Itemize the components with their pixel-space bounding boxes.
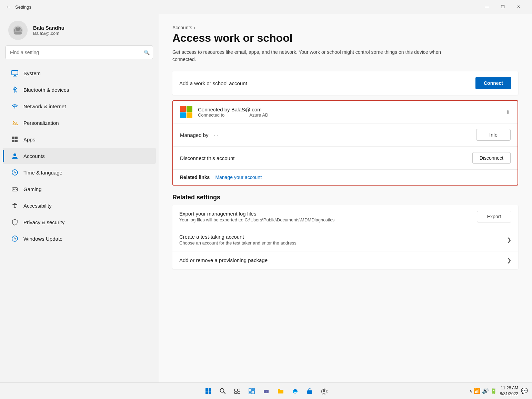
search-icon: 🔍	[144, 50, 150, 55]
sound-tray-icon[interactable]: 🔊	[482, 388, 489, 394]
svg-rect-25	[234, 389, 237, 391]
sidebar-item-privacy[interactable]: Privacy & security	[3, 214, 156, 230]
notification-icon[interactable]: 💬	[521, 388, 528, 394]
connected-info: Connected by BalaS@.com Connected to Azu…	[198, 107, 500, 118]
widgets-button[interactable]	[245, 385, 258, 397]
taskbar-right: ∧ 📶 🔊 🔋 11:28 AM 8/31/2022 💬	[469, 385, 528, 397]
network-tray-icon[interactable]: 📶	[474, 388, 481, 394]
sidebar-item-time[interactable]: Time & language	[3, 164, 156, 180]
battery-tray-icon[interactable]: 🔋	[490, 388, 497, 394]
sidebar-item-accounts[interactable]: Accounts	[3, 148, 156, 164]
svg-text:T: T	[265, 390, 267, 393]
task-view-button[interactable]	[231, 385, 243, 397]
store-button[interactable]	[303, 385, 316, 397]
disconnect-row: Disconnect this account Disconnect	[173, 147, 518, 170]
accessibility-icon	[11, 202, 19, 209]
svg-rect-23	[209, 391, 211, 394]
back-icon[interactable]: ←	[6, 4, 11, 10]
search-box[interactable]: 🔍	[6, 46, 153, 59]
add-account-label: Add a work or school account	[179, 80, 247, 86]
settings-row-provisioning[interactable]: Add or remove a provisioning package ❯	[172, 251, 518, 269]
svg-rect-22	[205, 391, 208, 394]
settings-row-actions: Export	[477, 211, 511, 222]
related-links-row: Related links Manage your account	[173, 170, 518, 185]
clock[interactable]: 11:28 AM 8/31/2022	[500, 385, 518, 397]
system-tray: ∧ 📶 🔊 🔋	[469, 388, 497, 394]
connect-button[interactable]: Connect	[475, 77, 511, 89]
sidebar-item-label: Accessibility	[23, 203, 52, 209]
titlebar: ← Settings — ❐ ✕	[0, 0, 532, 14]
related-links-label: Related links	[180, 174, 210, 180]
disconnect-button[interactable]: Disconnect	[472, 152, 511, 164]
settings-row-export[interactable]: Export your management log files Your lo…	[172, 205, 518, 228]
manage-account-link[interactable]: Manage your account	[215, 174, 262, 180]
info-button[interactable]: Info	[476, 129, 511, 141]
microsoft-logo	[180, 106, 192, 118]
svg-rect-4	[12, 70, 18, 75]
sidebar-nav: System Bluetooth & devices Network & int…	[0, 65, 159, 247]
svg-point-7	[14, 108, 16, 109]
network-icon	[11, 102, 19, 110]
start-button[interactable]	[202, 385, 214, 397]
svg-point-17	[16, 189, 17, 190]
date-display: 8/31/2022	[500, 391, 518, 397]
sidebar-item-label: Windows Update	[23, 236, 62, 242]
accounts-icon	[11, 152, 19, 160]
settings-row-actions: ❯	[507, 237, 511, 243]
sidebar-item-gaming[interactable]: Gaming	[3, 181, 156, 197]
svg-point-13	[13, 153, 16, 156]
teams-button[interactable]: T	[260, 385, 272, 397]
settings-row-title: Add or remove a provisioning package	[179, 257, 507, 263]
sidebar-item-apps[interactable]: Apps	[3, 131, 156, 147]
search-input[interactable]	[6, 46, 153, 59]
page-description: Get access to resources like email, apps…	[172, 49, 441, 63]
svg-rect-28	[238, 392, 240, 393]
user-email: BalaS@.com	[33, 31, 64, 36]
privacy-icon	[11, 218, 19, 226]
update-icon	[11, 235, 19, 242]
restore-button[interactable]: ❐	[495, 1, 511, 12]
sidebar-item-bluetooth[interactable]: Bluetooth & devices	[3, 82, 156, 98]
sidebar-item-personalization[interactable]: Personalization	[3, 115, 156, 131]
svg-rect-6	[13, 76, 17, 77]
window-controls: — ❐ ✕	[479, 1, 526, 12]
sidebar-item-windows-update[interactable]: Windows Update	[3, 231, 156, 247]
svg-rect-10	[15, 137, 18, 139]
svg-rect-27	[234, 392, 237, 393]
managed-by-value: · ·	[214, 132, 476, 138]
settings-row-actions: ❯	[507, 257, 511, 263]
sidebar-item-network[interactable]: Network & internet	[3, 98, 156, 114]
minimize-button[interactable]: —	[479, 1, 495, 12]
sidebar-item-label: Apps	[23, 137, 35, 142]
user-name: Bala Sandhu	[33, 25, 64, 31]
sidebar-item-accessibility[interactable]: Accessibility	[3, 198, 156, 213]
sidebar-item-system[interactable]: System	[3, 65, 156, 81]
close-button[interactable]: ✕	[511, 1, 526, 12]
chevron-right-icon: ❯	[507, 257, 511, 263]
settings-row-test-account[interactable]: Create a test-taking account Choose an a…	[172, 228, 518, 251]
content-area: Accounts › Access work or school Get acc…	[159, 14, 532, 382]
chevron-up-icon[interactable]: ⇧	[505, 108, 511, 116]
sidebar-item-label: Gaming	[23, 186, 42, 192]
taskbar-center: T	[202, 385, 330, 397]
svg-rect-9	[12, 137, 14, 139]
connected-sub: Connected to Azure AD	[198, 112, 500, 118]
edge-button[interactable]	[289, 385, 301, 397]
related-settings-title: Related settings	[172, 194, 518, 201]
tray-up-icon[interactable]: ∧	[469, 389, 472, 393]
personalization-icon	[11, 119, 19, 127]
connected-header: Connected by BalaS@.com Connected to Azu…	[173, 101, 518, 123]
svg-rect-12	[15, 140, 18, 142]
settings-taskbar-button[interactable]	[318, 385, 330, 397]
file-explorer-button[interactable]	[274, 385, 287, 397]
svg-rect-5	[14, 75, 16, 76]
avatar	[8, 21, 28, 40]
svg-point-37	[323, 390, 325, 392]
taskbar-search-button[interactable]	[217, 385, 229, 397]
app-title: Settings	[15, 4, 31, 10]
chevron-right-icon: ❯	[507, 237, 511, 243]
page-title: Access work or school	[172, 32, 518, 44]
user-profile: Bala Sandhu BalaS@.com	[0, 14, 159, 46]
system-icon	[11, 69, 19, 77]
export-button[interactable]: Export	[477, 211, 511, 222]
